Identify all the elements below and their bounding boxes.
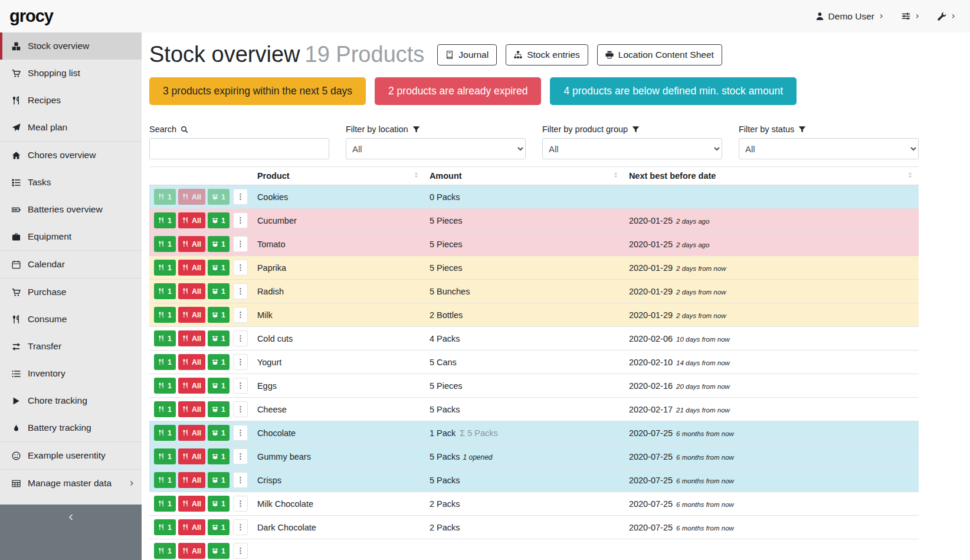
consume-one-button[interactable]: 1 bbox=[154, 472, 176, 488]
consume-all-button[interactable]: All bbox=[178, 378, 205, 394]
sidebar-item-transfer[interactable]: Transfer bbox=[0, 333, 142, 360]
stock-entries-button[interactable]: Stock entries bbox=[506, 44, 588, 66]
consume-all-button[interactable]: All bbox=[178, 543, 205, 559]
open-one-button[interactable]: 1 bbox=[208, 236, 230, 252]
open-one-button[interactable]: 1 bbox=[208, 307, 230, 323]
sidebar-item-chores-overview[interactable]: Chores overview bbox=[0, 142, 142, 169]
filter-by-location-select[interactable]: All bbox=[346, 138, 526, 159]
user-menu[interactable]: Demo User bbox=[815, 11, 884, 22]
open-one-button[interactable]: 1 bbox=[208, 472, 230, 488]
settings-menu[interactable] bbox=[902, 12, 920, 21]
consume-one-button[interactable]: 1 bbox=[154, 260, 176, 276]
column-header-product[interactable]: Product bbox=[253, 167, 425, 185]
consume-all-button[interactable]: All bbox=[178, 354, 205, 370]
sidebar-item-inventory[interactable]: Inventory bbox=[0, 360, 142, 387]
sidebar-item-battery-tracking[interactable]: Battery tracking bbox=[0, 414, 142, 441]
consume-one-button[interactable]: 1 bbox=[154, 307, 176, 323]
row-menu-button[interactable] bbox=[233, 496, 248, 512]
consume-all-button[interactable]: All bbox=[178, 283, 205, 299]
consume-one-button[interactable]: 1 bbox=[154, 543, 176, 559]
open-one-button[interactable]: 1 bbox=[208, 283, 230, 299]
consume-one-button[interactable]: 1 bbox=[154, 378, 176, 394]
row-menu-button[interactable] bbox=[233, 236, 248, 252]
consume-one-button[interactable]: 1 bbox=[154, 283, 176, 299]
consume-one-button[interactable]: 1 bbox=[154, 425, 176, 441]
row-menu-button[interactable] bbox=[233, 212, 248, 228]
sidebar-item-recipes[interactable]: Recipes bbox=[0, 87, 142, 114]
sidebar-item-manage-master-data[interactable]: Manage master data bbox=[0, 470, 142, 497]
row-menu-button[interactable] bbox=[233, 307, 248, 323]
sidebar-item-batteries-overview[interactable]: Batteries overview bbox=[0, 196, 142, 223]
open-one-button[interactable]: 1 bbox=[208, 543, 230, 559]
consume-one-button[interactable]: 1 bbox=[154, 189, 176, 205]
location-content-sheet-button[interactable]: Location Content Sheet bbox=[597, 44, 722, 66]
filter-by-product-group-select[interactable]: All bbox=[542, 138, 722, 159]
row-menu-button[interactable] bbox=[233, 330, 248, 346]
open-box-icon bbox=[212, 359, 218, 365]
row-menu-button[interactable] bbox=[233, 283, 248, 299]
open-one-button[interactable]: 1 bbox=[208, 496, 230, 512]
status-alert[interactable]: 2 products are already expired bbox=[375, 77, 541, 105]
consume-one-button[interactable]: 1 bbox=[154, 401, 176, 417]
row-menu-button[interactable] bbox=[233, 189, 248, 205]
consume-one-button[interactable]: 1 bbox=[154, 354, 176, 370]
consume-all-button[interactable]: All bbox=[178, 425, 205, 441]
journal-button[interactable]: Journal bbox=[437, 44, 497, 66]
consume-one-button[interactable]: 1 bbox=[154, 236, 176, 252]
sidebar-collapse-button[interactable] bbox=[0, 505, 142, 560]
consume-all-button[interactable]: All bbox=[178, 330, 205, 346]
consume-all-button[interactable]: All bbox=[178, 448, 205, 464]
sidebar-item-shopping-list[interactable]: Shopping list bbox=[0, 60, 142, 87]
open-one-button[interactable]: 1 bbox=[208, 448, 230, 464]
consume-all-button[interactable]: All bbox=[178, 519, 205, 535]
app-logo[interactable]: grocy bbox=[9, 6, 53, 26]
open-one-button[interactable]: 1 bbox=[208, 425, 230, 441]
consume-one-button[interactable]: 1 bbox=[154, 448, 176, 464]
row-menu-button[interactable] bbox=[233, 448, 248, 464]
row-menu-button[interactable] bbox=[233, 519, 248, 535]
consume-one-button[interactable]: 1 bbox=[154, 519, 176, 535]
status-alert[interactable]: 3 products expiring within the next 5 da… bbox=[149, 77, 366, 105]
open-one-button[interactable]: 1 bbox=[208, 378, 230, 394]
search-input[interactable] bbox=[149, 138, 329, 159]
sidebar-item-calendar[interactable]: Calendar bbox=[0, 251, 142, 278]
row-menu-button[interactable] bbox=[233, 401, 248, 417]
column-header-amount[interactable]: Amount bbox=[425, 167, 624, 185]
consume-all-button[interactable]: All bbox=[178, 307, 205, 323]
sidebar-item-tasks[interactable]: Tasks bbox=[0, 169, 142, 196]
consume-all-button[interactable]: All bbox=[178, 496, 205, 512]
row-menu-button[interactable] bbox=[233, 425, 248, 441]
consume-all-button[interactable]: All bbox=[178, 212, 205, 228]
open-one-button[interactable]: 1 bbox=[208, 401, 230, 417]
consume-all-button[interactable]: All bbox=[178, 189, 205, 205]
column-header-next-best-before-date[interactable]: Next best before date bbox=[624, 167, 919, 185]
open-one-button[interactable]: 1 bbox=[208, 519, 230, 535]
row-menu-button[interactable] bbox=[233, 543, 248, 559]
consume-all-button[interactable]: All bbox=[178, 472, 205, 488]
open-one-button[interactable]: 1 bbox=[208, 189, 230, 205]
sidebar-item-stock-overview[interactable]: Stock overview bbox=[0, 32, 142, 60]
open-one-button[interactable]: 1 bbox=[208, 330, 230, 346]
status-alert[interactable]: 4 products are below defined min. stock … bbox=[550, 77, 797, 105]
open-one-button[interactable]: 1 bbox=[208, 260, 230, 276]
consume-one-button[interactable]: 1 bbox=[154, 212, 176, 228]
sidebar-item-chore-tracking[interactable]: Chore tracking bbox=[0, 387, 142, 414]
consume-all-button[interactable]: All bbox=[178, 236, 205, 252]
consume-all-button[interactable]: All bbox=[178, 401, 205, 417]
sidebar-item-purchase[interactable]: Purchase bbox=[0, 279, 142, 306]
admin-menu[interactable] bbox=[938, 12, 956, 21]
row-menu-button[interactable] bbox=[233, 378, 248, 394]
open-one-button[interactable]: 1 bbox=[208, 354, 230, 370]
consume-all-button[interactable]: All bbox=[178, 260, 205, 276]
open-one-button[interactable]: 1 bbox=[208, 212, 230, 228]
row-menu-button[interactable] bbox=[233, 354, 248, 370]
consume-one-button[interactable]: 1 bbox=[154, 330, 176, 346]
sidebar-item-meal-plan[interactable]: Meal plan bbox=[0, 114, 142, 141]
row-menu-button[interactable] bbox=[233, 472, 248, 488]
sidebar-item-consume[interactable]: Consume bbox=[0, 306, 142, 333]
row-menu-button[interactable] bbox=[233, 260, 248, 276]
filter-by-status-select[interactable]: All bbox=[739, 138, 919, 159]
sidebar-item-equipment[interactable]: Equipment bbox=[0, 223, 142, 250]
consume-one-button[interactable]: 1 bbox=[154, 496, 176, 512]
sidebar-item-example-userentity[interactable]: Example userentity bbox=[0, 442, 142, 469]
